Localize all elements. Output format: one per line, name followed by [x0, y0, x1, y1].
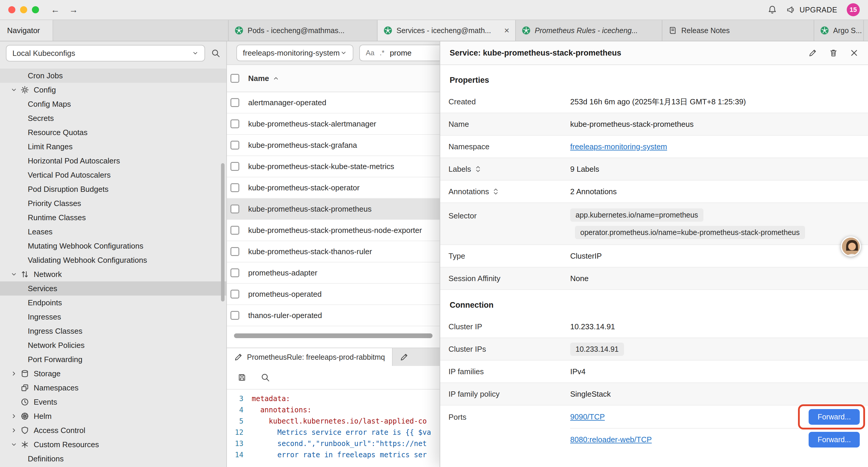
navigator-panel-tab[interactable]: Navigator: [0, 20, 53, 41]
line-number: 4: [227, 404, 252, 415]
kubeconfig-select[interactable]: Local Kubeconfigs: [6, 45, 205, 61]
horizontal-scrollbar-thumb[interactable]: [234, 333, 433, 338]
sidebar-item-label: Network: [34, 270, 62, 279]
row-checkbox[interactable]: [230, 98, 239, 107]
upgrade-button[interactable]: UPGRADE: [786, 5, 837, 14]
detail-row-session-affinity: Session AffinityNone: [440, 267, 868, 290]
save-icon[interactable]: [238, 373, 246, 382]
row-checkbox[interactable]: [230, 162, 239, 171]
row-checkbox[interactable]: [230, 183, 239, 192]
sidebar-item-services[interactable]: Services: [0, 282, 226, 296]
chevron-down-icon[interactable]: [11, 441, 21, 448]
row-checkbox[interactable]: [230, 226, 239, 235]
sidebar-item-config[interactable]: Config: [0, 83, 226, 97]
row-checkbox[interactable]: [230, 311, 239, 320]
sidebar-item-secrets[interactable]: Secrets: [0, 111, 226, 125]
column-header-name[interactable]: Name: [248, 74, 279, 83]
row-checkbox[interactable]: [230, 290, 239, 298]
sidebar-item-storage[interactable]: Storage: [0, 367, 226, 381]
tab-5[interactable]: Argo S...: [814, 20, 864, 41]
chevron-down-icon[interactable]: [11, 87, 21, 93]
sidebar-toolbar: Local Kubeconfigs: [0, 41, 226, 65]
bell-icon[interactable]: [768, 5, 777, 14]
sidebar-item-cron-jobs[interactable]: Cron Jobs: [0, 68, 226, 83]
edit-button[interactable]: [808, 49, 817, 57]
sidebar-item-validating-webhook-configurations[interactable]: Validating Webhook Configurations: [0, 253, 226, 267]
notification-badge[interactable]: 15: [847, 3, 860, 16]
user-avatar[interactable]: [841, 236, 861, 257]
chevron-right-icon[interactable]: [11, 370, 21, 377]
regex-toggle[interactable]: .*: [380, 49, 384, 57]
sidebar-item-ingress-classes[interactable]: Ingress Classes: [0, 324, 226, 338]
sidebar-item-leases[interactable]: Leases: [0, 225, 226, 239]
sidebar-item-namespaces[interactable]: Namespaces: [0, 381, 226, 395]
sidebar-item-horizontal-pod-autoscalers[interactable]: Horizontal Pod Autoscalers: [0, 154, 226, 168]
detail-label: Name: [448, 120, 570, 129]
forward-button[interactable]: Forward...: [809, 409, 860, 425]
sidebar-item-helm[interactable]: Helm: [0, 409, 226, 423]
sidebar-item-network-policies[interactable]: Network Policies: [0, 338, 226, 352]
row-checkbox[interactable]: [230, 268, 239, 277]
gear-icon: [21, 86, 34, 94]
row-checkbox[interactable]: [230, 141, 239, 150]
sidebar-item-port-forwarding[interactable]: Port Forwarding: [0, 352, 226, 367]
sidebar-item-runtime-classes[interactable]: Runtime Classes: [0, 210, 226, 225]
tab-close-icon[interactable]: ×: [499, 25, 509, 35]
sidebar-item-ingresses[interactable]: Ingresses: [0, 310, 226, 324]
forward-button[interactable]: →: [69, 5, 78, 15]
sidebar-item-label: Horizontal Pod Autoscalers: [28, 156, 120, 166]
chevron-down-icon[interactable]: [11, 271, 21, 278]
sidebar-item-label: Vertical Pod Autoscalers: [28, 171, 111, 180]
zoom-window-button[interactable]: [32, 6, 39, 13]
megaphone-icon: [786, 5, 795, 14]
minimize-window-button[interactable]: [20, 6, 27, 13]
port-link[interactable]: 8080:reloader-web/TCP: [570, 435, 652, 444]
close-window-button[interactable]: [8, 6, 16, 13]
sidebar-item-pod-disruption-budgets[interactable]: Pod Disruption Budgets: [0, 182, 226, 196]
sidebar-item-priority-classes[interactable]: Priority Classes: [0, 196, 226, 210]
editor-tab-1[interactable]: PrometheusRule: freeleaps-prod-rabbitmq: [227, 348, 393, 366]
port-link[interactable]: 9090/TCP: [570, 412, 605, 421]
detail-row-ports: Ports9090/TCPForward...8080:reloader-web…: [440, 406, 868, 450]
namespace-link[interactable]: freeleaps-monitoring-system: [570, 142, 667, 151]
sidebar-item-definitions[interactable]: Definitions: [0, 451, 226, 466]
sidebar-item-custom-resources[interactable]: Custom Resources: [0, 437, 226, 451]
sidebar-item-config-maps[interactable]: Config Maps: [0, 97, 226, 111]
forward-button[interactable]: Forward...: [809, 432, 860, 447]
expand-collapse-icon[interactable]: [475, 165, 481, 173]
sidebar-item-mutating-webhook-configurations[interactable]: Mutating Webhook Configurations: [0, 239, 226, 253]
chevron-right-icon[interactable]: [11, 413, 21, 419]
sidebar-item-label: Endpoints: [28, 298, 62, 308]
tab-3[interactable]: Prometheus Rules - icecheng...: [516, 20, 662, 41]
sidebar-item-network[interactable]: Network: [0, 267, 226, 282]
navigator-title: Navigator: [7, 26, 40, 35]
sidebar-item-endpoints[interactable]: Endpoints: [0, 296, 226, 310]
sidebar-item-limit-ranges[interactable]: Limit Ranges: [0, 140, 226, 154]
chevron-right-icon[interactable]: [11, 427, 21, 434]
row-checkbox[interactable]: [230, 247, 239, 256]
sidebar-scrollbar-thumb[interactable]: [221, 163, 224, 301]
sidebar-item-access-control[interactable]: Access Control: [0, 423, 226, 437]
search-icon[interactable]: [260, 373, 270, 382]
row-checkbox[interactable]: [230, 119, 239, 128]
service-name: kube-prometheus-stack-kube-state-metrics: [248, 162, 394, 171]
match-case-toggle[interactable]: Aa: [366, 49, 374, 57]
sidebar-search-icon[interactable]: [211, 49, 220, 58]
events-icon: [21, 398, 34, 406]
tab-4[interactable]: Release Notes: [662, 20, 814, 41]
back-button[interactable]: ←: [51, 5, 60, 15]
select-all-checkbox[interactable]: [230, 74, 239, 83]
sidebar-item-resource-quotas[interactable]: Resource Quotas: [0, 125, 226, 140]
service-name: alertmanager-operated: [248, 98, 327, 107]
expand-collapse-icon[interactable]: [493, 187, 498, 196]
namespace-filter-select[interactable]: freeleaps-monitoring-system: [236, 45, 353, 61]
close-drawer-button[interactable]: [850, 49, 859, 57]
search-query-text: prome: [390, 49, 411, 58]
delete-button[interactable]: [829, 49, 838, 57]
tab-2[interactable]: Services - icecheng@math...×: [378, 20, 516, 41]
tab-bar: Navigator Pods - icecheng@mathmas...Serv…: [0, 20, 868, 41]
sidebar-item-vertical-pod-autoscalers[interactable]: Vertical Pod Autoscalers: [0, 168, 226, 182]
row-checkbox[interactable]: [230, 205, 239, 213]
sidebar-item-events[interactable]: Events: [0, 395, 226, 409]
tab-1[interactable]: Pods - icecheng@mathmas...: [228, 20, 378, 41]
